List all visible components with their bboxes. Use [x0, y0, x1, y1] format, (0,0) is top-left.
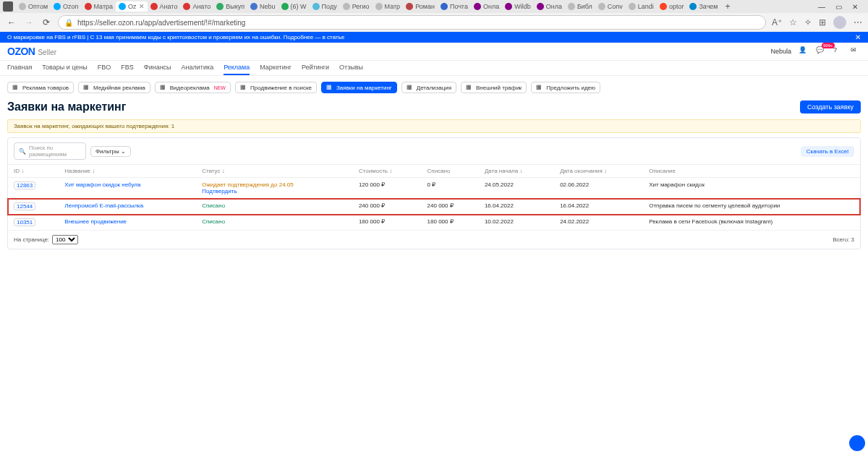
pill-icon: ▦	[12, 84, 20, 91]
subtab-Продвижение в поиске[interactable]: ▦Продвижение в поиске	[235, 82, 317, 93]
banner-close[interactable]: ✕	[855, 33, 861, 41]
user-icon[interactable]: 👤	[799, 46, 809, 56]
window-maximize[interactable]: ▭	[835, 3, 842, 11]
browser-tab[interactable]: optor	[657, 1, 687, 12]
row-id[interactable]: 12863	[14, 181, 35, 189]
search-input[interactable]: 🔍 Поиск по размещениям	[14, 142, 86, 160]
chat-icon[interactable]: 💬	[816, 46, 826, 56]
more-icon[interactable]: ⋯	[854, 17, 862, 27]
nav-Аналитика[interactable]: Аналитика	[182, 64, 214, 75]
subtab-Внешний трафик[interactable]: ▦Внешний трафик	[461, 82, 527, 93]
help-icon[interactable]: ?	[833, 46, 843, 56]
window-close[interactable]: ✕	[852, 3, 858, 11]
nav-FBS[interactable]: FBS	[121, 64, 134, 75]
mail-icon[interactable]: ✉	[851, 46, 861, 56]
nav-Финансы[interactable]: Финансы	[144, 64, 171, 75]
title-row: Заявки на маркетинг Создать заявку	[0, 99, 868, 115]
pill-icon: ▦	[407, 84, 414, 91]
browser-tab[interactable]: Онла	[471, 1, 502, 12]
browser-tab[interactable]: Nebu	[247, 1, 278, 12]
company-name[interactable]: Nebula	[770, 48, 791, 55]
browser-tab[interactable]: Роман	[403, 1, 438, 12]
main-nav: ГлавнаяТовары и ценыFBOFBSФинансыАналити…	[0, 61, 868, 76]
new-tab-button[interactable]: +	[721, 1, 735, 12]
extensions-icon[interactable]: ⊞	[819, 17, 826, 27]
browser-tab[interactable]: Зачем	[686, 1, 720, 12]
per-page-select[interactable]: 100	[52, 235, 78, 244]
column-header[interactable]: Дата начала ↓	[479, 165, 554, 178]
requests-table: ID ↓Название ↓Статус ↓Стоимость ↓Списано…	[8, 164, 860, 231]
create-request-button[interactable]: Создать заявку	[800, 100, 861, 113]
subtab-Детализация[interactable]: ▦Детализация	[401, 82, 456, 93]
forward-button[interactable]: →	[23, 17, 35, 27]
address-bar[interactable]: 🔒 https://seller.ozon.ru/app/advertiseme…	[58, 15, 766, 30]
subtab-Видеореклама[interactable]: ▦ВидеорекламаNEW	[155, 82, 231, 93]
row-desc: Реклама в сети Facebook (включая Instagr…	[643, 215, 860, 231]
confirm-link[interactable]: Подтвердить	[202, 188, 237, 194]
browser-tab[interactable]: (6) W	[278, 1, 310, 12]
browser-tab[interactable]: Почта	[438, 1, 471, 12]
row-start: 10.02.2022	[479, 215, 554, 231]
logo[interactable]: OZON Seller	[7, 46, 56, 57]
pill-icon: ▦	[536, 84, 543, 91]
row-name[interactable]: Ленпромсиб E-mail-рассылка	[64, 202, 143, 209]
favorite-icon[interactable]: ☆	[789, 17, 797, 27]
column-header[interactable]: Стоимость ↓	[353, 165, 422, 178]
row-id[interactable]: 12544	[14, 202, 35, 210]
nav-Реклама[interactable]: Реклама	[224, 64, 250, 75]
browser-tab[interactable]: Анато	[148, 1, 181, 12]
browser-tab[interactable]: Оптом	[16, 1, 51, 12]
table-row[interactable]: 12544Ленпромсиб E-mail-рассылкаСписано24…	[8, 199, 860, 215]
window-minimize[interactable]: —	[818, 3, 825, 11]
browser-tab[interactable]: Матра	[82, 1, 116, 12]
browser-tab[interactable]: Онла	[534, 1, 565, 12]
tab-favicon	[375, 3, 383, 10]
nav-Рейтинги[interactable]: Рейтинги	[302, 64, 329, 75]
tab-favicon	[343, 3, 350, 10]
nav-Товары и цены[interactable]: Товары и цены	[42, 64, 88, 75]
read-aloud-icon[interactable]: А⁺	[772, 17, 782, 27]
row-id[interactable]: 10351	[14, 218, 35, 226]
browser-tab[interactable]: Анато	[180, 1, 213, 12]
browser-tab[interactable]: Wildb	[502, 1, 534, 12]
row-name[interactable]: Хит марафон скидок небула	[64, 181, 140, 188]
nav-Маркетинг[interactable]: Маркетинг	[260, 64, 292, 75]
search-icon: 🔍	[19, 148, 26, 155]
back-button[interactable]: ←	[6, 17, 17, 27]
subtab-Заявки на маркетинг[interactable]: ▦Заявки на маркетинг	[321, 82, 397, 93]
browser-chrome: ОптомOzonМатраOz✕АнатоАнатоВыкупNebu(6) …	[0, 0, 868, 32]
nav-FBO[interactable]: FBO	[98, 64, 111, 75]
subtab-Предложить идею[interactable]: ▦Предложить идею	[531, 82, 600, 93]
tab-favicon	[19, 3, 26, 10]
subtab-Реклама товаров[interactable]: ▦Реклама товаров	[7, 82, 74, 93]
row-start: 24.05.2022	[479, 178, 554, 199]
column-header[interactable]: Статус ↓	[196, 165, 353, 178]
reload-button[interactable]: ⟳	[41, 17, 52, 27]
tab-close[interactable]: ✕	[139, 3, 145, 10]
collections-icon[interactable]: ✧	[804, 17, 812, 27]
tab-strip: ОптомOzonМатраOz✕АнатоАнатоВыкупNebu(6) …	[0, 0, 868, 13]
column-header[interactable]: Списано	[422, 165, 479, 178]
browser-tab[interactable]: Матр	[373, 1, 404, 12]
browser-tab[interactable]: Oz✕	[116, 1, 148, 12]
filters-button[interactable]: Фильтры ⌄	[90, 146, 131, 157]
column-header[interactable]: ID ↓	[8, 165, 59, 178]
column-header[interactable]: Дата окончания ↓	[554, 165, 643, 178]
nav-Главная[interactable]: Главная	[7, 64, 32, 75]
column-header[interactable]: Описание	[643, 165, 860, 178]
browser-tab[interactable]: Ozon	[51, 1, 82, 12]
browser-tab[interactable]: Поду	[310, 1, 340, 12]
row-name[interactable]: Внешнее продвижение	[64, 218, 127, 225]
table-row[interactable]: 12863Хит марафон скидок небулаОжидает по…	[8, 178, 860, 199]
browser-tab[interactable]: Landi	[626, 1, 657, 12]
subtab-Медийная реклама[interactable]: ▦Медийная реклама	[78, 82, 150, 93]
browser-tab[interactable]: Регио	[340, 1, 373, 12]
browser-tab[interactable]: Выкуп	[213, 1, 247, 12]
browser-tab[interactable]: Библ	[565, 1, 595, 12]
profile-avatar[interactable]	[833, 16, 846, 29]
browser-tab[interactable]: Conv	[595, 1, 626, 12]
nav-Отзывы[interactable]: Отзывы	[339, 64, 363, 75]
table-row[interactable]: 10351Внешнее продвижениеСписано180 000 ₽…	[8, 215, 860, 231]
export-excel-button[interactable]: Скачать в Excel	[801, 146, 854, 157]
column-header[interactable]: Название ↓	[59, 165, 196, 178]
